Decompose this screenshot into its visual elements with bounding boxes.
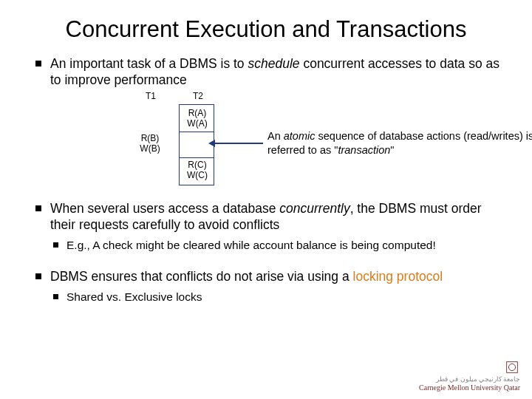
- op: W(B): [140, 143, 160, 154]
- footer-en: Carnegie Mellon University Qatar: [419, 383, 520, 392]
- cmu-logo-icon: [504, 359, 520, 375]
- bullet-list: An important task of a DBMS is to schedu…: [30, 56, 502, 305]
- bullet-3: DBMS ensures that conflicts do not arise…: [34, 269, 502, 304]
- sub-list: E.g., A check might be cleared while acc…: [50, 238, 502, 253]
- footer-branding: جامعة كارنيجي ميلون في قطر Carnegie Mell…: [419, 376, 520, 392]
- text: An important task of a DBMS is to: [50, 56, 248, 71]
- sub-bullet: Shared vs. Exclusive locks: [53, 290, 502, 304]
- ops-a: R(A) W(A): [186, 109, 208, 129]
- text-em: schedule: [248, 56, 299, 71]
- svg-point-1: [508, 364, 515, 370]
- svg-rect-0: [507, 362, 518, 373]
- ops-b: R(B) W(B): [138, 134, 162, 154]
- bullet-2: When several users access a database con…: [34, 201, 502, 253]
- text: DBMS ensures that conflicts do not arise…: [50, 269, 353, 284]
- transaction-diagram: T1 T2 R(A) W(A) R(B) W(B) R(C) W(C): [50, 91, 502, 191]
- bullet-1: An important task of a DBMS is to schedu…: [34, 56, 502, 191]
- op: W(A): [187, 118, 207, 129]
- footer-arabic: جامعة كارنيجي ميلون في قطر: [419, 376, 520, 383]
- callout-text: An atomic sequence of database actions (…: [267, 129, 532, 156]
- text-link: locking protocol: [353, 269, 443, 284]
- col-header-t2: T2: [183, 91, 213, 102]
- callout-arrow: [214, 143, 263, 144]
- op: R(A): [188, 108, 207, 118]
- op: W(C): [187, 170, 208, 180]
- text-em: concurrently: [279, 201, 349, 216]
- sub-bullet: E.g., A check might be cleared while acc…: [53, 238, 502, 253]
- text: An: [267, 130, 284, 142]
- text: When several users access a database: [50, 201, 279, 216]
- text: ": [390, 144, 394, 156]
- text-em: atomic: [284, 130, 316, 142]
- ops-c: R(C) W(C): [186, 160, 208, 181]
- slide-title: Concurrent Execution and Transactions: [30, 16, 502, 43]
- op: R(B): [141, 133, 160, 143]
- col-header-t1: T1: [136, 91, 166, 102]
- op: R(C): [188, 160, 206, 170]
- sub-list: Shared vs. Exclusive locks: [50, 290, 502, 304]
- text-em: transaction: [338, 144, 390, 156]
